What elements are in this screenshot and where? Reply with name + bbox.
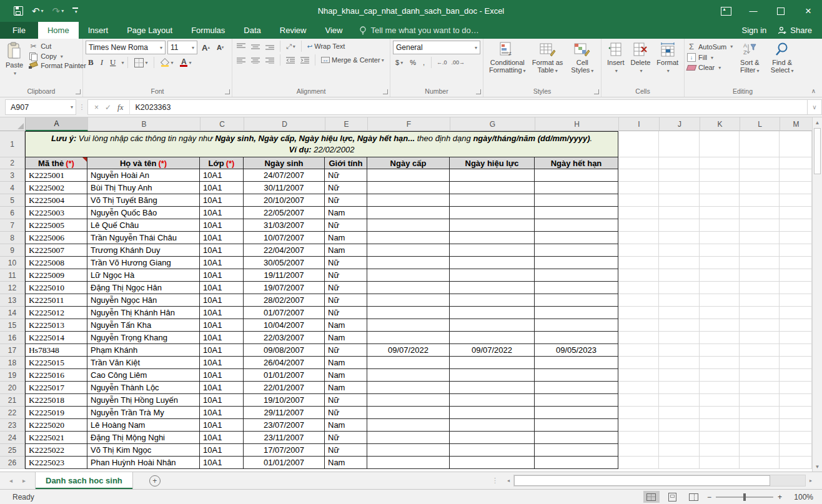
cell-I8[interactable] bbox=[618, 232, 659, 244]
accounting-format-button[interactable]: $▾ bbox=[393, 58, 405, 67]
cell-C12[interactable]: 10A1 bbox=[200, 282, 244, 294]
cell-A15[interactable]: K2225013 bbox=[25, 319, 87, 332]
row-header-23[interactable]: 23 bbox=[0, 419, 25, 432]
cell-E26[interactable]: Nam bbox=[325, 457, 367, 469]
cell-H20[interactable] bbox=[535, 382, 618, 394]
fill-button[interactable]: ↓Fill▾ bbox=[687, 53, 733, 62]
cell-D4[interactable]: 30/11/2007 bbox=[244, 182, 325, 194]
cell-J21[interactable] bbox=[659, 394, 700, 407]
cell-K15[interactable] bbox=[700, 319, 740, 332]
cell-J22[interactable] bbox=[659, 407, 700, 419]
cell-E18[interactable]: Nam bbox=[325, 357, 367, 369]
cell-E22[interactable]: Nữ bbox=[325, 407, 367, 419]
cell-J15[interactable] bbox=[659, 319, 700, 332]
cell-K8[interactable] bbox=[700, 232, 740, 244]
cell-C9[interactable]: 10A1 bbox=[200, 244, 244, 257]
cell-J24[interactable] bbox=[659, 432, 700, 444]
cell-C13[interactable]: 10A1 bbox=[200, 294, 244, 307]
row-header-24[interactable]: 24 bbox=[0, 432, 25, 444]
cell-F25[interactable] bbox=[367, 444, 450, 457]
cell-H8[interactable] bbox=[535, 232, 618, 244]
cell-I9[interactable] bbox=[618, 244, 659, 257]
cell-I23[interactable] bbox=[618, 419, 659, 432]
cell-C17[interactable]: 10A1 bbox=[200, 344, 244, 357]
cell-L17[interactable] bbox=[740, 344, 780, 357]
cell-K20[interactable] bbox=[700, 382, 740, 394]
cell-F13[interactable] bbox=[367, 294, 450, 307]
cell-L20[interactable] bbox=[740, 382, 780, 394]
cell-M7[interactable] bbox=[780, 219, 812, 232]
cell-M24[interactable] bbox=[780, 432, 812, 444]
cell-G4[interactable] bbox=[450, 182, 535, 194]
row-header-2[interactable]: 2 bbox=[0, 157, 25, 169]
cell-J6[interactable] bbox=[659, 207, 700, 219]
scroll-down-icon[interactable]: ▼ bbox=[813, 462, 822, 472]
cell-H9[interactable] bbox=[535, 244, 618, 257]
cell-G26[interactable] bbox=[450, 457, 535, 469]
column-header-D[interactable]: D bbox=[244, 117, 325, 131]
cell-C4[interactable]: 10A1 bbox=[200, 182, 244, 194]
cell-B17[interactable]: Phạm Khánh bbox=[87, 344, 200, 357]
ribbon-display-options-button[interactable] bbox=[712, 0, 740, 22]
cell-I17[interactable] bbox=[618, 344, 659, 357]
cell-L11[interactable] bbox=[740, 269, 780, 282]
cell-D16[interactable]: 22/03/2007 bbox=[244, 332, 325, 344]
header-cell-E2[interactable]: Giới tính bbox=[325, 157, 367, 169]
cell-L21[interactable] bbox=[740, 394, 780, 407]
cell-M11[interactable] bbox=[780, 269, 812, 282]
cell-H4[interactable] bbox=[535, 182, 618, 194]
row-header-25[interactable]: 25 bbox=[0, 444, 25, 457]
cell-J19[interactable] bbox=[659, 369, 700, 382]
cell-B7[interactable]: Lê Quế Châu bbox=[87, 219, 200, 232]
cell-J20[interactable] bbox=[659, 382, 700, 394]
normal-view-button[interactable] bbox=[643, 491, 660, 503]
cell-A26[interactable]: K2225023 bbox=[25, 457, 87, 469]
align-top-button[interactable] bbox=[235, 42, 247, 51]
cell-D17[interactable]: 09/08/2007 bbox=[244, 344, 325, 357]
insert-function-button[interactable]: fx bbox=[117, 102, 123, 112]
cell-F8[interactable] bbox=[367, 232, 450, 244]
cell-J9[interactable] bbox=[659, 244, 700, 257]
formula-bar-splitter[interactable]: ⋮ bbox=[76, 97, 87, 117]
cell-G20[interactable] bbox=[450, 382, 535, 394]
cell-M13[interactable] bbox=[780, 294, 812, 307]
cell-B23[interactable]: Lê Hoàng Nam bbox=[87, 419, 200, 432]
cell-H26[interactable] bbox=[535, 457, 618, 469]
cell-H6[interactable] bbox=[535, 207, 618, 219]
cell-F17[interactable]: 09/07/2022 bbox=[367, 344, 450, 357]
row-header-12[interactable]: 12 bbox=[0, 282, 25, 294]
cell-I15[interactable] bbox=[618, 319, 659, 332]
cell-A8[interactable]: K2225006 bbox=[25, 232, 87, 244]
column-header-K[interactable]: K bbox=[700, 117, 740, 131]
cell-A4[interactable]: K2225002 bbox=[25, 182, 87, 194]
cell-M21[interactable] bbox=[780, 394, 812, 407]
cell-A7[interactable]: K2225005 bbox=[25, 219, 87, 232]
underline-button[interactable]: U bbox=[107, 57, 118, 68]
cell-E20[interactable]: Nam bbox=[325, 382, 367, 394]
cell-A16[interactable]: K2225014 bbox=[25, 332, 87, 344]
cell-E13[interactable]: Nữ bbox=[325, 294, 367, 307]
cell-K6[interactable] bbox=[700, 207, 740, 219]
share-button[interactable]: Share bbox=[778, 26, 812, 35]
merge-center-button[interactable]: ↔Merge & Center▾ bbox=[319, 55, 386, 65]
cell-B13[interactable]: Nguyễn Ngọc Hân bbox=[87, 294, 200, 307]
cell-B10[interactable]: Trần Võ Hương Giang bbox=[87, 257, 200, 269]
cell-L1[interactable] bbox=[740, 131, 780, 157]
font-size-select[interactable]: 11▾ bbox=[167, 41, 197, 54]
cell-J10[interactable] bbox=[659, 257, 700, 269]
cell-H21[interactable] bbox=[535, 394, 618, 407]
select-all-corner[interactable] bbox=[0, 117, 26, 131]
cell-G6[interactable] bbox=[450, 207, 535, 219]
cell-D6[interactable]: 22/05/2007 bbox=[244, 207, 325, 219]
cell-H10[interactable] bbox=[535, 257, 618, 269]
cell-D26[interactable]: 01/01/2007 bbox=[244, 457, 325, 469]
cell-L5[interactable] bbox=[740, 194, 780, 207]
cell-M25[interactable] bbox=[780, 444, 812, 457]
tab-review[interactable]: Review bbox=[270, 22, 316, 39]
undo-dropdown-icon[interactable]: ▾ bbox=[41, 8, 44, 14]
cell-B3[interactable]: Nguyễn Hoài An bbox=[87, 169, 200, 182]
cell-B25[interactable]: Võ Thị Kim Ngọc bbox=[87, 444, 200, 457]
cell-I7[interactable] bbox=[618, 219, 659, 232]
cell-B6[interactable]: Nguyễn Quốc Bảo bbox=[87, 207, 200, 219]
row-header-8[interactable]: 8 bbox=[0, 232, 25, 244]
